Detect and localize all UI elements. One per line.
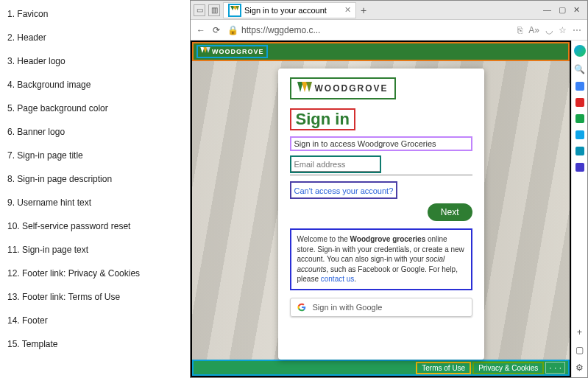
favorite-icon[interactable]: ☆: [559, 25, 567, 35]
annotation-item: 12. Footer link: Privacy & Cookies: [7, 268, 185, 279]
svg-marker-5: [206, 47, 210, 53]
header-logo-callout: WOODGROVE: [196, 45, 268, 58]
google-icon: [297, 302, 307, 312]
page-text: Welcome to the: [297, 235, 350, 243]
browser-window: ▭ ▥ Sign in to your account ✕ + — ▢ ✕ ← …: [190, 0, 588, 378]
signin-description: Sign in to access Woodgrove Groceries: [294, 139, 436, 148]
refresh-button[interactable]: ⟳: [213, 25, 220, 35]
address-bar: ← ⟳ 🔒 https://wggdemo.c... ⎘ A» ◡ ☆ ⋯: [191, 20, 587, 41]
contact-us-link[interactable]: contact us: [321, 275, 355, 283]
window-controls: — ▢ ✕: [543, 5, 584, 15]
content-area: WOODGROVE WOODGROVE Sign in Sign in to a…: [191, 41, 587, 377]
sidebar-app-icon[interactable]: [575, 82, 584, 91]
reading-mode-icon[interactable]: ⎘: [517, 25, 523, 35]
sidebar-panel-icon[interactable]: ▢: [575, 345, 584, 355]
sidebar-app-icon[interactable]: [575, 98, 584, 107]
title-bar: ▭ ▥ Sign in to your account ✕ + — ▢ ✕: [191, 1, 587, 20]
footer-more-button[interactable]: · · ·: [545, 362, 565, 374]
annotation-item: 15. Template: [7, 339, 185, 349]
annotation-item: 8. Sign-in page description: [7, 174, 185, 184]
tab-overview-icon[interactable]: ▭: [194, 4, 205, 16]
search-icon[interactable]: 🔍: [574, 64, 585, 74]
signin-card: WOODGROVE Sign in Sign in to access Wood…: [278, 69, 484, 360]
url-display[interactable]: 🔒 https://wggdemo.c...: [227, 25, 320, 35]
terms-of-use-link[interactable]: Terms of Use: [416, 362, 471, 374]
annotation-item: 6. Banner logo: [7, 127, 185, 137]
signin-title-callout: Sign in: [290, 108, 355, 130]
close-window-button[interactable]: ✕: [573, 5, 580, 15]
close-tab-icon[interactable]: ✕: [344, 5, 351, 15]
new-tab-button[interactable]: +: [361, 4, 366, 16]
text-size-icon[interactable]: A»: [528, 25, 539, 35]
annotation-item: 5. Page background color: [7, 103, 185, 113]
email-field[interactable]: [291, 158, 380, 172]
input-underline: [290, 175, 472, 175]
signin-page-text-callout: Welcome to the Woodgrove groceries onlin…: [290, 228, 472, 290]
annotation-item: 14. Footer: [7, 315, 185, 326]
profile-icon[interactable]: ◡: [545, 25, 553, 35]
sidebar-add-icon[interactable]: +: [577, 327, 582, 337]
annotation-item: 13. Footer link: Terms of Use: [7, 292, 185, 302]
woodgrove-banner-icon: [297, 82, 312, 95]
svg-marker-8: [306, 82, 312, 92]
browser-tab[interactable]: Sign in to your account ✕: [223, 2, 356, 18]
annotation-item: 3. Header logo: [7, 56, 185, 66]
sidebar-app-icon[interactable]: [575, 163, 584, 172]
favicon-callout: [228, 4, 241, 17]
page-text-bold: Woodgrove groceries: [350, 235, 426, 243]
annotation-item: 10. Self-service password reset: [7, 221, 185, 231]
banner-brand-text: WOODGROVE: [315, 83, 389, 94]
annotation-item: 11. Sign-in page text: [7, 245, 185, 255]
annotation-item: 2. Header: [7, 32, 185, 43]
url-text: https://wggdemo.c...: [241, 25, 320, 35]
favicon-icon: [230, 6, 239, 15]
annotation-item: 4. Background image: [7, 80, 185, 90]
page-text: .: [354, 275, 356, 283]
tab-list-icon[interactable]: ▥: [208, 4, 220, 16]
signin-description-callout: Sign in to access Woodgrove Groceries: [290, 136, 472, 151]
sspr-link[interactable]: Can't access your account?: [294, 186, 394, 195]
annotation-item: 9. Username hint text: [7, 197, 185, 208]
bing-icon[interactable]: [574, 45, 586, 57]
google-label: Sign in with Google: [313, 303, 383, 312]
annotation-item: 1. Favicon: [7, 9, 185, 19]
background-image: WOODGROVE Sign in Sign in to access Wood…: [192, 61, 570, 360]
google-signin-button[interactable]: Sign in with Google: [290, 298, 472, 317]
sidebar-app-icon[interactable]: [575, 147, 584, 155]
tab-title: Sign in to your account: [244, 6, 327, 15]
header-brand-text: WOODGROVE: [212, 48, 264, 55]
annotation-item: 7. Sign-in page title: [7, 150, 185, 161]
next-button[interactable]: Next: [428, 203, 472, 221]
lock-icon: 🔒: [227, 25, 238, 35]
maximize-button[interactable]: ▢: [559, 5, 566, 15]
template-callout: WOODGROVE WOODGROVE Sign in Sign in to a…: [191, 41, 571, 377]
address-bar-icons: ⎘ A» ◡ ☆ ⋯: [517, 25, 581, 35]
signin-title: Sign in: [296, 110, 350, 128]
edge-sidebar: 🔍 + ▢ ⚙: [571, 41, 587, 377]
woodgrove-logo-icon: [200, 47, 210, 56]
sidebar-settings-icon[interactable]: ⚙: [575, 363, 584, 373]
page-header: WOODGROVE: [192, 42, 570, 61]
sidebar-app-icon[interactable]: [575, 130, 584, 139]
menu-icon[interactable]: ⋯: [573, 25, 581, 35]
annotation-list: 1. Favicon 2. Header 3. Header logo 4. B…: [0, 0, 190, 378]
banner-logo-callout: WOODGROVE: [290, 77, 396, 99]
username-hint-callout: [290, 155, 381, 173]
page-footer: Terms of Use Privacy & Cookies · · ·: [192, 360, 570, 376]
sspr-callout: Can't access your account?: [290, 181, 398, 199]
sidebar-app-icon[interactable]: [575, 114, 584, 123]
tab-strip-buttons: ▭ ▥: [194, 4, 220, 16]
back-button[interactable]: ←: [196, 25, 205, 35]
minimize-button[interactable]: —: [543, 5, 551, 15]
privacy-cookies-link[interactable]: Privacy & Cookies: [472, 362, 544, 374]
